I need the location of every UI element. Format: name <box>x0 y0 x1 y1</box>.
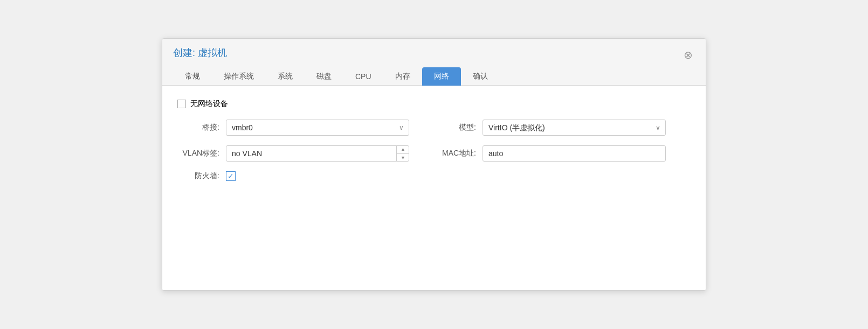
dialog-header: 创建: 虚拟机 常规操作系统系统磁盘CPU内存网络确认 ⊗ <box>162 39 706 86</box>
firewall-label: 防火墙: <box>177 171 226 181</box>
create-vm-dialog: 创建: 虚拟机 常规操作系统系统磁盘CPU内存网络确认 ⊗ 无网络设备 桥接: … <box>162 38 706 291</box>
vlan-spinner-wrapper: ▲ ▼ <box>226 145 409 162</box>
form-left: 桥接: vmbr0 VLAN标签: ▲ ▼ <box>177 120 434 191</box>
tab-memory[interactable]: 内存 <box>383 67 422 86</box>
tab-system[interactable]: 系统 <box>266 67 305 86</box>
tab-confirm[interactable]: 确认 <box>461 67 500 86</box>
mac-label: MAC地址: <box>434 149 483 158</box>
firewall-row: 防火墙: ✓ <box>177 171 434 181</box>
tab-bar: 常规操作系统系统磁盘CPU内存网络确认 <box>173 67 500 85</box>
close-button[interactable]: ⊗ <box>681 47 695 62</box>
vlan-spinner-arrows: ▲ ▼ <box>396 145 409 162</box>
no-device-checkbox[interactable] <box>177 100 186 108</box>
dialog-body: 无网络设备 桥接: vmbr0 VLAN标签: <box>162 86 706 290</box>
bridge-row: 桥接: vmbr0 <box>177 120 434 136</box>
model-label: 模型: <box>434 123 483 132</box>
model-select-wrapper: VirtIO (半虚拟化) <box>483 120 666 136</box>
bridge-select-wrapper: vmbr0 <box>226 120 409 136</box>
mac-input[interactable] <box>483 145 666 162</box>
form-right: 模型: VirtIO (半虚拟化) MAC地址: <box>434 120 691 191</box>
tab-os[interactable]: 操作系统 <box>212 67 266 86</box>
dialog-title-area: 创建: 虚拟机 常规操作系统系统磁盘CPU内存网络确认 <box>173 46 500 85</box>
tab-general[interactable]: 常规 <box>173 67 212 86</box>
no-device-label: 无网络设备 <box>190 99 228 109</box>
vlan-decrement-arrow[interactable]: ▼ <box>397 154 409 162</box>
vlan-input[interactable] <box>226 145 409 162</box>
form-grid: 桥接: vmbr0 VLAN标签: ▲ ▼ <box>177 120 691 191</box>
firewall-checkbox[interactable]: ✓ <box>226 171 236 181</box>
model-select[interactable]: VirtIO (半虚拟化) <box>483 120 666 136</box>
bridge-select[interactable]: vmbr0 <box>226 120 409 136</box>
vlan-increment-arrow[interactable]: ▲ <box>397 145 409 154</box>
tab-network[interactable]: 网络 <box>422 67 461 86</box>
mac-row: MAC地址: <box>434 145 691 162</box>
tab-disk[interactable]: 磁盘 <box>305 67 343 86</box>
bridge-label: 桥接: <box>177 123 226 132</box>
no-device-row: 无网络设备 <box>177 99 691 109</box>
vlan-label: VLAN标签: <box>177 149 226 158</box>
close-icon: ⊗ <box>684 49 693 61</box>
tab-cpu[interactable]: CPU <box>343 67 383 86</box>
vlan-row: VLAN标签: ▲ ▼ <box>177 145 434 162</box>
dialog-title: 创建: 虚拟机 <box>173 46 500 59</box>
model-row: 模型: VirtIO (半虚拟化) <box>434 120 691 136</box>
